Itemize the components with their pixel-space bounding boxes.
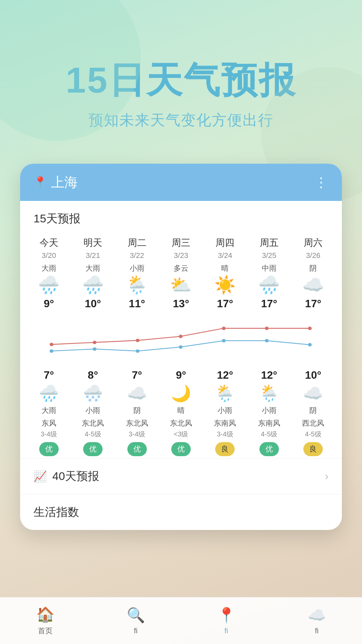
days-grid-top: 今天 3/20 大雨 🌧️ 9° 明天 3/21 大雨 🌧️ 10° 周二 3/… — [20, 230, 342, 313]
day-name-2: 周二 — [128, 236, 146, 249]
svg-point-4 — [222, 327, 226, 330]
night-condition-4: 小雨 — [218, 406, 232, 416]
forecast-label: 15天预报 — [20, 201, 342, 230]
svg-point-3 — [179, 335, 182, 338]
day-low-1: 8° — [88, 369, 98, 381]
day-high-2: 11° — [129, 298, 145, 310]
wind-dir-4: 东南风 — [214, 418, 236, 428]
day-low-6: 10° — [305, 369, 321, 381]
svg-point-1 — [93, 341, 97, 344]
day-low-4: 12° — [217, 369, 233, 381]
night-icon-6: ☁️ — [303, 384, 323, 403]
svg-point-12 — [265, 339, 268, 342]
chevron-right-icon: › — [325, 470, 328, 482]
day-name-5: 周五 — [260, 236, 279, 249]
day-high-3: 13° — [173, 298, 189, 310]
night-condition-0: 大雨 — [42, 406, 56, 416]
low-col-1: 8° 🌨️ 小雨 东北风 4-5级 优 — [71, 367, 115, 458]
day-name-0: 今天 — [40, 236, 58, 249]
life-index-label: 生活指数 — [34, 504, 79, 520]
nav-item-home[interactable]: 🏠 首页 — [36, 606, 55, 636]
wind-dir-0: 东风 — [42, 418, 56, 428]
low-col-4: 12° 🌦️ 小雨 东南风 3-4级 良 — [203, 367, 247, 458]
night-icon-0: 🌧️ — [39, 384, 59, 403]
day-condition-2: 小雨 — [130, 263, 144, 273]
nav-item-search[interactable]: 🔍 fi — [127, 606, 145, 635]
weather-icon-2: 🌦️ — [126, 276, 148, 293]
day-name-3: 周三 — [172, 236, 190, 249]
night-icon-5: 🌦️ — [259, 384, 279, 403]
svg-point-6 — [308, 327, 312, 330]
day-condition-0: 大雨 — [42, 263, 56, 273]
day-condition-6: 阴 — [309, 263, 317, 273]
day-high-1: 10° — [85, 298, 101, 310]
day-col-5: 周五 3/25 中雨 🌧️ 17° — [247, 233, 291, 313]
day-col-3: 周三 3/23 多云 ⛅ 13° — [159, 233, 203, 313]
weather-icon-4: ☀️ — [214, 276, 236, 293]
location-nav-icon: 📍 — [217, 606, 236, 624]
low-col-2: 7° ☁️ 阴 东北风 3-4级 优 — [115, 367, 159, 458]
wind-dir-2: 东北风 — [126, 418, 148, 428]
wind-dir-3: 东北风 — [170, 418, 192, 428]
wind-dir-6: 西北风 — [302, 418, 324, 428]
life-index-section[interactable]: 生活指数 — [20, 494, 342, 530]
wind-dir-5: 东南风 — [258, 418, 280, 428]
wind-level-0: 3-4级 — [41, 430, 57, 439]
weather-icon-5: 🌧️ — [258, 276, 280, 293]
night-condition-5: 小雨 — [262, 406, 277, 416]
chart-icon: 📈 — [34, 470, 47, 483]
wind-level-3: <3级 — [174, 430, 188, 439]
menu-icon[interactable]: ⋮ — [314, 174, 328, 190]
wind-level-5: 4-5级 — [261, 430, 277, 439]
day-col-0: 今天 3/20 大雨 🌧️ 9° — [27, 233, 71, 313]
nav-label-search: fi — [134, 627, 138, 635]
night-condition-1: 小雨 — [85, 406, 100, 416]
day-low-0: 7° — [44, 369, 54, 381]
weather-icon-6: ☁️ — [302, 276, 324, 293]
location-icon: 📍 — [34, 176, 47, 189]
low-col-6: 10° ☁️ 阴 西北风 4-5级 良 — [291, 367, 335, 458]
day-high-5: 17° — [261, 298, 277, 310]
nav-label-weather: fi — [315, 627, 319, 635]
nav-label-location: fi — [225, 627, 228, 635]
day-col-1: 明天 3/21 大雨 🌧️ 10° — [71, 233, 115, 313]
svg-point-7 — [50, 349, 53, 353]
weather-nav-icon: ☁️ — [308, 606, 326, 624]
night-condition-3: 晴 — [177, 406, 185, 416]
air-badge-1: 优 — [83, 442, 103, 456]
day-col-4: 周四 3/24 晴 ☀️ 17° — [203, 233, 247, 313]
day-name-6: 周六 — [304, 236, 322, 249]
day-low-3: 9° — [176, 369, 186, 381]
svg-point-13 — [308, 343, 312, 346]
day-date-4: 3/24 — [218, 251, 232, 260]
nav-item-weather[interactable]: ☁️ fi — [308, 606, 326, 635]
air-badge-6: 良 — [303, 442, 323, 456]
svg-point-8 — [93, 347, 97, 351]
night-icon-4: 🌦️ — [215, 384, 235, 403]
weather-icon-1: 🌧️ — [82, 276, 104, 293]
wind-level-1: 4-5级 — [85, 430, 101, 439]
weather-icon-0: 🌧️ — [38, 276, 60, 293]
day-condition-1: 大雨 — [85, 263, 100, 273]
day-low-2: 7° — [132, 369, 142, 381]
city-name: 上海 — [51, 173, 78, 192]
low-col-5: 12° 🌦️ 小雨 东南风 4-5级 优 — [247, 367, 291, 458]
forty-day-section[interactable]: 📈 40天预报 › — [20, 458, 342, 494]
day-condition-3: 多云 — [174, 263, 188, 273]
nav-label-home: 首页 — [38, 626, 53, 636]
svg-point-10 — [179, 345, 182, 348]
day-date-6: 3/26 — [306, 251, 320, 260]
life-index-left: 生活指数 — [34, 504, 79, 520]
nav-item-location[interactable]: 📍 fi — [217, 606, 236, 635]
days-grid-bottom: 7° 🌧️ 大雨 东风 3-4级 优 8° 🌨️ 小雨 东北风 4-5级 优 7… — [20, 367, 342, 458]
day-high-6: 17° — [305, 298, 321, 310]
day-high-4: 17° — [217, 298, 233, 310]
day-col-2: 周二 3/22 小雨 🌦️ 11° — [115, 233, 159, 313]
svg-point-2 — [136, 339, 139, 342]
night-icon-2: ☁️ — [127, 384, 147, 403]
day-high-0: 9° — [44, 298, 54, 310]
day-col-6: 周六 3/26 阴 ☁️ 17° — [291, 233, 335, 313]
wind-dir-1: 东北风 — [82, 418, 104, 428]
svg-point-0 — [50, 343, 53, 346]
forty-day-left: 📈 40天预报 — [34, 469, 99, 484]
